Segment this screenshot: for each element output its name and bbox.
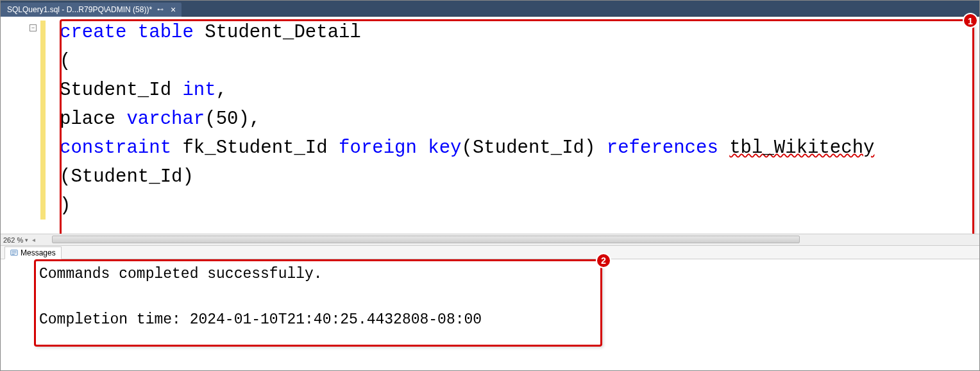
identifier: Student_Detail — [194, 22, 361, 43]
messages-tab-label: Messages — [21, 248, 56, 257]
keyword: int — [182, 80, 215, 101]
messages-tab[interactable]: Messages — [4, 246, 62, 259]
horizontal-scrollbar[interactable] — [52, 236, 800, 243]
error-underline: tbl_Wikitechy — [729, 137, 874, 159]
zoom-status-row: 262 % ▾ ◂ — [1, 234, 979, 245]
pin-icon[interactable]: ⊷ — [157, 6, 164, 13]
document-tab-bar: SQLQuery1.sql - D...R79PQ\ADMIN (58))* ⊷… — [1, 1, 979, 17]
identifier: fk_Student_Id — [171, 137, 339, 159]
code-text: (50), — [205, 108, 260, 130]
keyword: create — [60, 22, 126, 43]
keyword: varchar — [126, 108, 205, 130]
identifier: place — [60, 108, 126, 130]
close-icon[interactable]: × — [169, 5, 178, 14]
code-text: , — [216, 80, 227, 101]
keyword: foreign — [339, 137, 417, 159]
fold-toggle-icon[interactable]: − — [30, 24, 37, 31]
keyword: table — [126, 22, 193, 43]
code-text: ) — [60, 195, 71, 216]
chevron-down-icon[interactable]: ▾ — [25, 237, 28, 243]
message-line: Commands completed successfully. — [39, 266, 323, 282]
code-text — [718, 137, 729, 159]
scroll-left-icon[interactable]: ◂ — [32, 236, 35, 243]
results-tab-row: Messages — [1, 245, 979, 259]
keyword: key — [417, 137, 462, 159]
messages-icon — [10, 249, 18, 257]
document-tab-title: SQLQuery1.sql - D...R79PQ\ADMIN (58))* — [7, 5, 152, 14]
zoom-level[interactable]: 262 % — [3, 236, 23, 244]
code-text: (Student_Id) — [462, 137, 607, 159]
code-content[interactable]: create table Student_Detail ( Student_Id… — [40, 17, 979, 234]
sql-editor[interactable]: − create table Student_Detail ( Student_… — [1, 17, 979, 234]
code-text: ( — [60, 51, 71, 72]
message-line: Completion time: 2024-01-10T21:40:25.443… — [39, 311, 482, 328]
editor-gutter: − — [1, 17, 40, 234]
messages-panel[interactable]: Commands completed successfully. Complet… — [1, 259, 979, 370]
code-text: (Student_Id) — [60, 166, 194, 187]
keyword: references — [607, 137, 718, 159]
keyword: constraint — [60, 137, 171, 159]
identifier: Student_Id — [60, 80, 182, 101]
document-tab[interactable]: SQLQuery1.sql - D...R79PQ\ADMIN (58))* ⊷… — [1, 3, 182, 17]
